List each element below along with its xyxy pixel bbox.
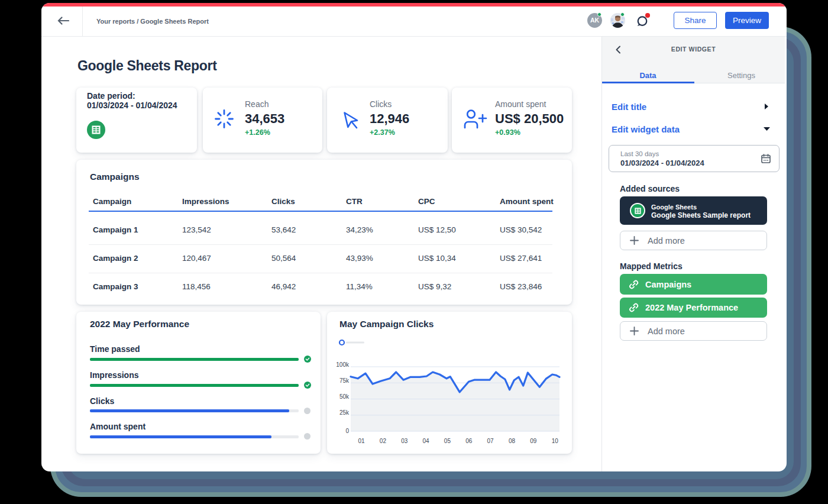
- svg-text:04: 04: [423, 438, 430, 444]
- svg-text:100k: 100k: [336, 361, 350, 368]
- svg-text:03: 03: [401, 438, 408, 444]
- svg-text:08: 08: [509, 438, 516, 444]
- svg-text:0: 0: [345, 428, 349, 434]
- svg-text:09: 09: [530, 438, 537, 444]
- svg-text:25k: 25k: [339, 409, 350, 416]
- svg-text:75k: 75k: [339, 377, 350, 384]
- svg-text:06: 06: [465, 438, 473, 444]
- svg-text:05: 05: [444, 438, 451, 444]
- svg-text:10: 10: [552, 438, 559, 444]
- svg-text:50k: 50k: [339, 393, 350, 400]
- svg-text:02: 02: [380, 438, 387, 444]
- svg-text:01: 01: [358, 438, 365, 444]
- svg-text:07: 07: [487, 438, 494, 444]
